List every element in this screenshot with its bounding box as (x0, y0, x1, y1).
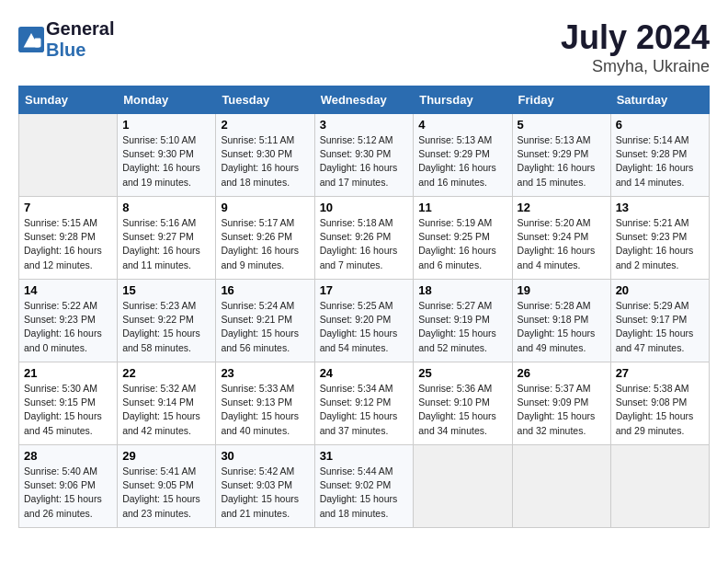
calendar-row: 21Sunrise: 5:30 AMSunset: 9:15 PMDayligh… (19, 362, 710, 445)
day-number: 18 (418, 283, 506, 297)
cell-info: Sunrise: 5:11 AMSunset: 9:30 PMDaylight:… (221, 133, 309, 190)
column-header-sunday: Sunday (19, 86, 118, 114)
calendar-cell: 9Sunrise: 5:17 AMSunset: 9:26 PMDaylight… (216, 197, 314, 280)
logo: General Blue (18, 18, 114, 61)
day-number: 25 (418, 366, 506, 380)
calendar-cell: 15Sunrise: 5:23 AMSunset: 9:22 PMDayligh… (118, 280, 216, 362)
cell-info: Sunrise: 5:15 AMSunset: 9:28 PMDaylight:… (24, 216, 112, 272)
cell-info: Sunrise: 5:20 AMSunset: 9:24 PMDaylight:… (518, 216, 606, 272)
day-number: 26 (518, 366, 606, 380)
calendar-cell (19, 114, 118, 197)
calendar-cell: 17Sunrise: 5:25 AMSunset: 9:20 PMDayligh… (314, 280, 414, 362)
calendar-cell: 21Sunrise: 5:30 AMSunset: 9:15 PMDayligh… (19, 362, 118, 445)
cell-info: Sunrise: 5:10 AMSunset: 9:30 PMDaylight:… (122, 133, 210, 190)
cell-info: Sunrise: 5:36 AMSunset: 9:10 PMDaylight:… (418, 382, 506, 438)
calendar-cell: 14Sunrise: 5:22 AMSunset: 9:23 PMDayligh… (19, 280, 118, 362)
cell-info: Sunrise: 5:24 AMSunset: 9:21 PMDaylight:… (221, 299, 309, 355)
calendar-body: 1Sunrise: 5:10 AMSunset: 9:30 PMDaylight… (19, 114, 710, 528)
day-number: 4 (418, 118, 506, 132)
calendar-row: 14Sunrise: 5:22 AMSunset: 9:23 PMDayligh… (19, 280, 710, 362)
calendar-cell: 27Sunrise: 5:38 AMSunset: 9:08 PMDayligh… (610, 362, 709, 445)
day-number: 12 (518, 201, 606, 214)
calendar-cell: 28Sunrise: 5:40 AMSunset: 9:06 PMDayligh… (19, 445, 118, 528)
calendar-cell (512, 445, 610, 528)
calendar-table: SundayMondayTuesdayWednesdayThursdayFrid… (18, 86, 710, 528)
cell-info: Sunrise: 5:30 AMSunset: 9:15 PMDaylight:… (24, 382, 112, 438)
calendar-row: 28Sunrise: 5:40 AMSunset: 9:06 PMDayligh… (19, 445, 710, 528)
calendar-cell: 22Sunrise: 5:32 AMSunset: 9:14 PMDayligh… (118, 362, 216, 445)
calendar-cell: 13Sunrise: 5:21 AMSunset: 9:23 PMDayligh… (610, 197, 709, 280)
calendar-cell: 1Sunrise: 5:10 AMSunset: 9:30 PMDaylight… (118, 114, 216, 197)
month-year: July 2024 (561, 18, 710, 57)
cell-info: Sunrise: 5:12 AMSunset: 9:30 PMDaylight:… (320, 133, 409, 190)
day-number: 17 (320, 283, 409, 297)
cell-info: Sunrise: 5:21 AMSunset: 9:23 PMDaylight:… (616, 216, 704, 272)
calendar-cell: 2Sunrise: 5:11 AMSunset: 9:30 PMDaylight… (216, 114, 314, 197)
column-header-thursday: Thursday (414, 86, 512, 114)
day-number: 15 (122, 283, 210, 297)
calendar-cell: 8Sunrise: 5:16 AMSunset: 9:27 PMDaylight… (118, 197, 216, 280)
calendar-cell: 19Sunrise: 5:28 AMSunset: 9:18 PMDayligh… (512, 280, 610, 362)
cell-info: Sunrise: 5:38 AMSunset: 9:08 PMDaylight:… (616, 382, 704, 438)
day-number: 5 (518, 118, 606, 132)
day-number: 7 (24, 201, 112, 214)
calendar-cell: 31Sunrise: 5:44 AMSunset: 9:02 PMDayligh… (314, 445, 414, 528)
calendar-cell: 26Sunrise: 5:37 AMSunset: 9:09 PMDayligh… (512, 362, 610, 445)
column-header-friday: Friday (512, 86, 610, 114)
calendar-cell: 30Sunrise: 5:42 AMSunset: 9:03 PMDayligh… (216, 445, 314, 528)
column-header-monday: Monday (118, 86, 216, 114)
calendar-cell: 24Sunrise: 5:34 AMSunset: 9:12 PMDayligh… (314, 362, 414, 445)
day-number: 30 (221, 449, 309, 463)
calendar-cell: 7Sunrise: 5:15 AMSunset: 9:28 PMDaylight… (19, 197, 118, 280)
cell-info: Sunrise: 5:23 AMSunset: 9:22 PMDaylight:… (122, 299, 210, 355)
cell-info: Sunrise: 5:33 AMSunset: 9:13 PMDaylight:… (221, 382, 309, 438)
calendar-cell: 6Sunrise: 5:14 AMSunset: 9:28 PMDaylight… (610, 114, 709, 197)
cell-info: Sunrise: 5:19 AMSunset: 9:25 PMDaylight:… (418, 216, 506, 272)
cell-info: Sunrise: 5:41 AMSunset: 9:05 PMDaylight:… (122, 465, 210, 521)
cell-info: Sunrise: 5:18 AMSunset: 9:26 PMDaylight:… (320, 216, 409, 272)
day-number: 8 (122, 201, 210, 214)
calendar-cell: 16Sunrise: 5:24 AMSunset: 9:21 PMDayligh… (216, 280, 314, 362)
calendar-row: 7Sunrise: 5:15 AMSunset: 9:28 PMDaylight… (19, 197, 710, 280)
day-number: 31 (320, 449, 409, 463)
page-header: General Blue July 2024 Smyha, Ukraine (18, 18, 710, 76)
day-number: 27 (616, 366, 704, 380)
calendar-cell: 5Sunrise: 5:13 AMSunset: 9:29 PMDaylight… (512, 114, 610, 197)
column-header-wednesday: Wednesday (314, 86, 414, 114)
calendar-cell: 18Sunrise: 5:27 AMSunset: 9:19 PMDayligh… (414, 280, 512, 362)
title-block: July 2024 Smyha, Ukraine (561, 18, 710, 76)
cell-info: Sunrise: 5:25 AMSunset: 9:20 PMDaylight:… (320, 299, 409, 355)
day-number: 22 (122, 366, 210, 380)
cell-info: Sunrise: 5:34 AMSunset: 9:12 PMDaylight:… (320, 382, 409, 438)
cell-info: Sunrise: 5:37 AMSunset: 9:09 PMDaylight:… (518, 382, 606, 438)
day-number: 3 (320, 118, 409, 132)
calendar-cell: 11Sunrise: 5:19 AMSunset: 9:25 PMDayligh… (414, 197, 512, 280)
day-number: 6 (616, 118, 704, 132)
calendar-cell: 4Sunrise: 5:13 AMSunset: 9:29 PMDaylight… (414, 114, 512, 197)
day-number: 24 (320, 366, 409, 380)
day-number: 29 (122, 449, 210, 463)
calendar-cell: 29Sunrise: 5:41 AMSunset: 9:05 PMDayligh… (118, 445, 216, 528)
calendar-row: 1Sunrise: 5:10 AMSunset: 9:30 PMDaylight… (19, 114, 710, 197)
cell-info: Sunrise: 5:42 AMSunset: 9:03 PMDaylight:… (221, 465, 309, 521)
day-number: 2 (221, 118, 309, 132)
day-number: 21 (24, 366, 112, 380)
cell-info: Sunrise: 5:44 AMSunset: 9:02 PMDaylight:… (320, 465, 409, 521)
column-header-tuesday: Tuesday (216, 86, 314, 114)
calendar-cell: 3Sunrise: 5:12 AMSunset: 9:30 PMDaylight… (314, 114, 414, 197)
day-number: 20 (616, 283, 704, 297)
cell-info: Sunrise: 5:13 AMSunset: 9:29 PMDaylight:… (518, 133, 606, 190)
calendar-cell: 10Sunrise: 5:18 AMSunset: 9:26 PMDayligh… (314, 197, 414, 280)
day-number: 19 (518, 283, 606, 297)
calendar-cell: 23Sunrise: 5:33 AMSunset: 9:13 PMDayligh… (216, 362, 314, 445)
day-number: 1 (122, 118, 210, 132)
column-headers: SundayMondayTuesdayWednesdayThursdayFrid… (19, 86, 710, 114)
cell-info: Sunrise: 5:27 AMSunset: 9:19 PMDaylight:… (418, 299, 506, 355)
logo-text: General Blue (46, 18, 114, 61)
location: Smyha, Ukraine (561, 57, 710, 76)
day-number: 14 (24, 283, 112, 297)
day-number: 28 (24, 449, 112, 463)
cell-info: Sunrise: 5:17 AMSunset: 9:26 PMDaylight:… (221, 216, 309, 272)
calendar-cell: 25Sunrise: 5:36 AMSunset: 9:10 PMDayligh… (414, 362, 512, 445)
day-number: 9 (221, 201, 309, 214)
